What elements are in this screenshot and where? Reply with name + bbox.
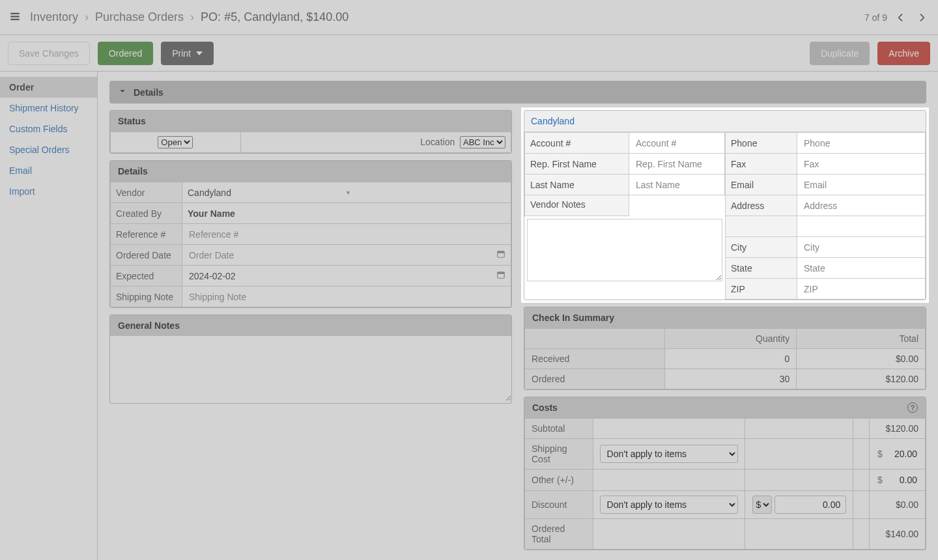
general-notes-panel: General Notes	[109, 315, 512, 404]
shipping-cost-input[interactable]	[887, 448, 918, 460]
svg-rect-2	[10, 19, 20, 20]
last-name-label: Last Name	[525, 175, 629, 195]
address-input[interactable]	[803, 200, 920, 212]
checkin-ordered-label: Ordered	[525, 369, 665, 389]
shipping-note-input[interactable]	[188, 291, 505, 303]
other-label: Other (+/-)	[525, 469, 593, 491]
last-name-input[interactable]	[634, 179, 719, 191]
address2-input[interactable]	[803, 221, 920, 232]
created-by-value: Your Name	[188, 208, 235, 219]
checkin-ordered-qty: 30	[665, 369, 797, 389]
save-changes-button[interactable]: Save Changes	[8, 42, 90, 65]
crumb-current-rest: #5, Candyland, $140.00	[221, 10, 348, 23]
vendor-notes-input[interactable]	[527, 219, 722, 281]
chevron-right-icon: ›	[85, 10, 89, 24]
pager: 7 of 9	[864, 10, 929, 25]
location-select[interactable]: ABC Inc	[460, 136, 505, 148]
sidebar-item-custom-fields[interactable]: Custom Fields	[0, 119, 97, 139]
sidebar-item-shipment-history[interactable]: Shipment History	[0, 98, 97, 119]
reference-input[interactable]	[188, 229, 505, 240]
checkin-col-qty: Quantity	[665, 329, 797, 349]
fax-input[interactable]	[803, 158, 920, 170]
left-column: Status Open Location ABC Inc	[109, 110, 512, 560]
costs-panel: Costs ? Subtotal $120.00 Shipping Cost D…	[524, 397, 926, 550]
pager-prev-button[interactable]	[894, 10, 908, 25]
caret-down-icon	[196, 51, 203, 55]
help-icon[interactable]: ?	[907, 402, 918, 413]
expected-label: Expected	[111, 266, 182, 287]
subtotal-value: $120.00	[869, 419, 925, 439]
svg-rect-1	[10, 16, 20, 17]
details-sub-header: Details	[110, 161, 511, 182]
menu-icon[interactable]	[9, 10, 21, 24]
checkin-received-label: Received	[525, 349, 665, 369]
sidebar-item-special-orders[interactable]: Special Orders	[0, 139, 97, 160]
action-bar: Save Changes Ordered Print Duplicate Arc…	[0, 35, 938, 72]
city-label: City	[726, 237, 797, 258]
expected-input[interactable]	[188, 270, 496, 282]
rep-first-name-input[interactable]	[634, 158, 719, 170]
calendar-icon[interactable]	[496, 270, 505, 281]
account-input[interactable]	[634, 137, 719, 149]
vendor-label: Vendor	[111, 182, 182, 203]
status-select[interactable]: Open	[158, 136, 193, 148]
ordered-date-label: Ordered Date	[111, 245, 182, 266]
other-currency: $	[877, 475, 883, 485]
vendor-notes-label: Vendor Notes	[525, 195, 629, 216]
shipping-apply-select[interactable]: Don't apply to items	[600, 445, 739, 463]
checkin-received-total: $0.00	[797, 349, 926, 369]
shipping-currency: $	[877, 449, 883, 459]
email-label: Email	[726, 175, 797, 195]
vendor-link[interactable]: Candyland	[531, 116, 575, 126]
vendor-name-header: Candyland	[524, 111, 926, 132]
location-label: Location	[420, 137, 455, 147]
sidebar: Order Shipment History Custom Fields Spe…	[0, 72, 98, 560]
vendor-panel: Candyland Account # Rep. First Name Last…	[524, 110, 926, 300]
caret-down-icon: ▾	[347, 189, 505, 196]
details-header[interactable]: Details	[110, 81, 926, 103]
zip-input[interactable]	[803, 283, 920, 295]
content: Details Status Open Location	[98, 72, 938, 560]
discount-currency-select[interactable]: $	[752, 496, 772, 514]
print-label: Print	[172, 48, 191, 59]
sidebar-item-email[interactable]: Email	[0, 160, 97, 181]
discount-apply-select[interactable]: Don't apply to items	[600, 496, 739, 514]
city-input[interactable]	[803, 242, 920, 253]
address-label: Address	[726, 195, 797, 216]
checkin-panel: Check In Summary Quantity Total Received…	[524, 307, 926, 390]
ordered-total-value: $140.00	[869, 519, 925, 550]
duplicate-button[interactable]: Duplicate	[810, 42, 870, 65]
ordered-total-label: Ordered Total	[525, 519, 593, 550]
vendor-dropdown[interactable]: Candyland ▾	[188, 188, 505, 198]
calendar-icon[interactable]	[496, 249, 505, 260]
general-notes-input[interactable]	[110, 336, 511, 401]
subtotal-label: Subtotal	[525, 419, 593, 439]
details-panel: Details	[109, 81, 926, 104]
chevron-right-icon: ›	[190, 10, 194, 24]
discount-input[interactable]	[775, 496, 846, 514]
crumb-inventory[interactable]: Inventory	[30, 10, 78, 24]
details-sub-panel: Details Vendor Candyland ▾ Created By Yo…	[109, 160, 512, 308]
crumb-purchase-orders[interactable]: Purchase Orders	[95, 10, 184, 24]
sidebar-item-import[interactable]: Import	[0, 181, 97, 202]
ordered-button[interactable]: Ordered	[98, 42, 153, 65]
fax-label: Fax	[726, 154, 797, 175]
pager-next-button[interactable]	[915, 10, 929, 25]
details-title: Details	[134, 87, 163, 98]
other-cost-input[interactable]	[887, 474, 918, 486]
archive-button[interactable]: Archive	[877, 42, 930, 65]
body: Order Shipment History Custom Fields Spe…	[0, 72, 938, 560]
crumb-current-prefix: PO:	[201, 10, 221, 23]
sidebar-item-order[interactable]: Order	[0, 77, 97, 98]
svg-rect-0	[10, 13, 20, 14]
phone-input[interactable]	[803, 137, 920, 149]
state-input[interactable]	[803, 262, 920, 274]
svg-rect-6	[498, 272, 505, 274]
ordered-date-input[interactable]	[188, 249, 496, 261]
crumb-current: PO: #5, Candyland, $140.00	[201, 10, 348, 24]
print-button[interactable]: Print	[161, 42, 214, 65]
email-input[interactable]	[803, 179, 920, 191]
svg-rect-4	[498, 251, 505, 253]
right-column: Candyland Account # Rep. First Name Last…	[524, 110, 926, 560]
general-notes-header: General Notes	[110, 315, 511, 336]
